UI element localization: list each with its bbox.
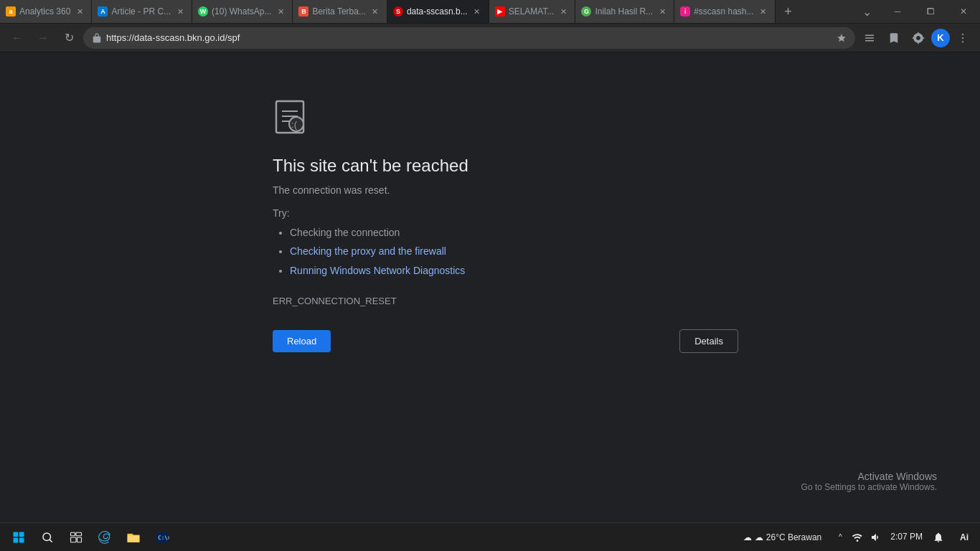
clock-time: 2:07 PM xyxy=(890,532,923,543)
tab-analytics[interactable]: a Analytics 360 ✕ xyxy=(0,0,92,23)
taskbar-edge-button[interactable] xyxy=(92,524,118,550)
svg-point-0 xyxy=(962,33,963,34)
youtube-favicon: ▶ xyxy=(495,6,505,17)
svg-rect-17 xyxy=(71,537,77,542)
taskbar-right: ☁ ☁ 26°C Berawan ^ 2:07 PM xyxy=(738,524,974,550)
error-try-label: Try: xyxy=(273,207,290,219)
tab-whatsapp-close[interactable]: ✕ xyxy=(275,6,286,17)
error-code: ERR_CONNECTION_RESET xyxy=(273,296,397,306)
error-list: Checking the connection Checking the pro… xyxy=(273,225,465,281)
svg-point-2 xyxy=(962,41,963,42)
tab-hash-label: #sscasn hash... xyxy=(694,6,753,17)
error-list-item-2: Checking the proxy and the firewall xyxy=(290,243,465,259)
error-icon: :( xyxy=(273,95,316,138)
svg-line-14 xyxy=(50,540,52,542)
reload-page-button[interactable]: Reload xyxy=(273,330,331,352)
activate-subtitle: Go to Settings to activate Windows. xyxy=(801,482,937,492)
titlebar: a Analytics 360 ✕ A Article - PR C... ✕ … xyxy=(0,0,980,24)
error-list-item-1: Checking the connection xyxy=(290,225,465,240)
address-bar[interactable]: https://data-sscasn.bkn.go.id/spf xyxy=(83,27,855,49)
details-button[interactable]: Details xyxy=(679,329,738,353)
star-icon[interactable] xyxy=(837,33,847,43)
checking-proxy-link[interactable]: Checking the proxy and the firewall xyxy=(290,245,446,257)
weather-text: ☁ 26°C Berawan xyxy=(755,532,821,542)
svg-text::(: :( xyxy=(291,119,298,130)
minimize-button[interactable]: ─ xyxy=(881,0,914,24)
tab-berita-close[interactable]: ✕ xyxy=(369,6,381,17)
start-button[interactable] xyxy=(6,524,32,550)
forward-button[interactable]: → xyxy=(32,27,55,50)
tab-whatsapp-label: (10) WhatsAp... xyxy=(212,6,271,17)
button-row: Reload Details xyxy=(273,329,738,353)
new-tab-button[interactable]: + xyxy=(776,0,801,23)
taskview-icon xyxy=(70,531,83,544)
error-title: This site can't be reached xyxy=(273,156,468,176)
error-page: :( This site can't be reached The connec… xyxy=(0,52,980,522)
svg-point-21 xyxy=(857,540,859,542)
tab-berita[interactable]: B Berita Terba... ✕ xyxy=(293,0,387,23)
tab-sscasn-label: data-sscasn.b... xyxy=(407,6,468,17)
tab-youtube-close[interactable]: ✕ xyxy=(557,6,569,17)
taskbar-search-button[interactable] xyxy=(34,524,60,550)
ai-label: Ai xyxy=(960,532,969,542)
tab-article-close[interactable]: ✕ xyxy=(174,6,186,17)
taskbar: C:\> ☁ ☁ 26°C Berawan ^ xyxy=(0,522,980,551)
inilah-favicon: G xyxy=(581,6,591,17)
wifi-icon xyxy=(852,532,863,543)
svg-rect-15 xyxy=(71,532,75,536)
profile-button[interactable]: K xyxy=(931,29,950,47)
favorites-button[interactable] xyxy=(882,27,905,50)
whatsapp-favicon: W xyxy=(198,6,208,17)
article-favicon: A xyxy=(98,6,108,17)
menu-button[interactable] xyxy=(951,27,974,50)
back-button[interactable]: ← xyxy=(6,27,29,50)
tab-youtube[interactable]: ▶ SELAMAT... ✕ xyxy=(489,0,576,23)
network-icon[interactable] xyxy=(849,529,866,546)
tab-hash-close[interactable]: ✕ xyxy=(758,6,769,17)
collections-button[interactable] xyxy=(858,27,881,50)
berita-favicon: B xyxy=(298,6,308,17)
explorer-icon xyxy=(126,530,141,545)
svg-rect-18 xyxy=(77,537,82,542)
taskview-button[interactable] xyxy=(63,524,89,550)
tab-hash[interactable]: i #sscasn hash... ✕ xyxy=(674,0,775,23)
svg-rect-12 xyxy=(19,537,24,542)
terminal-icon: C:\> xyxy=(155,530,169,545)
ai-button[interactable]: Ai xyxy=(954,524,974,550)
svg-rect-10 xyxy=(19,532,24,537)
maximize-button[interactable]: ⧠ xyxy=(914,0,947,24)
tab-inilah-close[interactable]: ✕ xyxy=(656,6,668,17)
systray-chevron[interactable]: ^ xyxy=(833,530,847,545)
tab-analytics-label: Analytics 360 xyxy=(19,6,70,17)
tab-sscasn-close[interactable]: ✕ xyxy=(471,6,483,17)
notification-button[interactable] xyxy=(928,527,948,547)
speaker-icon xyxy=(870,532,882,543)
taskbar-explorer-button[interactable] xyxy=(121,524,146,550)
tab-inilah[interactable]: G Inilah Hasil R... ✕ xyxy=(575,0,674,23)
settings-button[interactable] xyxy=(907,27,930,50)
error-list-item-3: Running Windows Network Diagnostics xyxy=(290,263,465,278)
volume-icon[interactable] xyxy=(867,529,885,546)
svg-rect-11 xyxy=(14,537,19,542)
taskbar-clock[interactable]: 2:07 PM xyxy=(890,532,923,543)
activate-title: Activate Windows xyxy=(801,471,937,482)
tab-sscasn[interactable]: S data-sscasn.b... ✕ xyxy=(387,0,489,23)
tab-analytics-close[interactable]: ✕ xyxy=(74,6,85,17)
svg-point-13 xyxy=(43,533,51,541)
lock-icon xyxy=(92,33,102,43)
reload-button[interactable]: ↻ xyxy=(57,27,80,50)
hash-favicon: i xyxy=(680,6,690,17)
tab-article[interactable]: A Article - PR C... ✕ xyxy=(92,0,192,23)
running-diagnostics-link[interactable]: Running Windows Network Diagnostics xyxy=(290,265,465,276)
tab-whatsapp[interactable]: W (10) WhatsAp... ✕ xyxy=(192,0,293,23)
edge-icon xyxy=(98,530,112,545)
checking-connection-text: Checking the connection xyxy=(290,227,400,238)
tab-list-button[interactable]: ⌄ xyxy=(855,0,878,23)
notification-icon xyxy=(933,532,944,543)
close-button[interactable]: ✕ xyxy=(947,0,980,24)
taskbar-weather[interactable]: ☁ ☁ 26°C Berawan xyxy=(738,524,827,550)
taskbar-terminal-button[interactable]: C:\> xyxy=(149,524,175,550)
url-text: https://data-sscasn.bkn.go.id/spf xyxy=(106,32,832,43)
tab-inilah-label: Inilah Hasil R... xyxy=(595,6,653,17)
svg-text:C:\>: C:\> xyxy=(158,534,169,540)
